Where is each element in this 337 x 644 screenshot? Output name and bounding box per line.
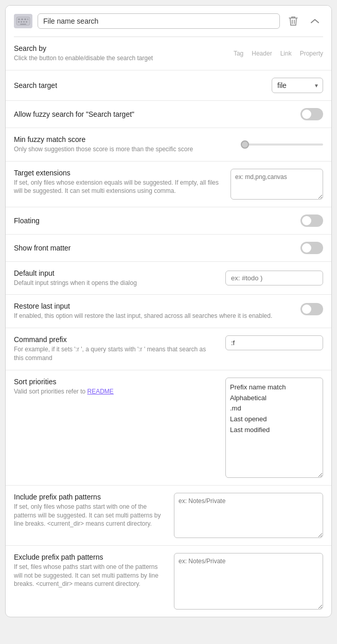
command-prefix-input[interactable] xyxy=(225,335,323,350)
main-container: Search by Click the button to enable/dis… xyxy=(5,5,332,617)
svg-rect-2 xyxy=(21,19,23,20)
default-input-row: Default input Default input strings when… xyxy=(14,269,323,288)
sort-priorities-section: Sort priorities Valid sort priorities re… xyxy=(6,370,331,485)
fuzzy-search-row: Allow fuzzy search for "Search target" xyxy=(14,108,323,120)
target-extensions-label: Target extensions xyxy=(14,169,222,177)
fuzzy-search-section: Allow fuzzy search for "Search target" xyxy=(6,100,331,128)
command-prefix-sublabel: For example, if it sets ':r ', a query s… xyxy=(14,345,217,363)
search-by-tags: Tag Header Link Property xyxy=(234,50,323,57)
exclude-prefix-sublabel: If set, files whose paths start with one… xyxy=(14,563,166,588)
svg-rect-7 xyxy=(23,21,25,23)
restore-last-input-row: Restore last input If enabled, this opti… xyxy=(14,302,323,320)
fuzzy-score-row: Min fuzzy match score Only show suggesti… xyxy=(14,135,323,154)
tag-link[interactable]: Link xyxy=(280,50,292,57)
floating-slider xyxy=(300,214,323,227)
tag-tag[interactable]: Tag xyxy=(234,50,243,57)
show-front-matter-label: Show front matter xyxy=(14,244,71,252)
title-input[interactable] xyxy=(38,13,280,29)
svg-rect-4 xyxy=(27,19,28,20)
include-prefix-textarea[interactable] xyxy=(174,493,323,538)
fuzzy-score-left: Min fuzzy match score Only show suggesti… xyxy=(14,135,193,154)
svg-rect-9 xyxy=(20,24,26,25)
fuzzy-search-toggle[interactable] xyxy=(300,108,323,120)
target-extensions-input[interactable] xyxy=(230,169,323,200)
target-extensions-sublabel: If set, only files whose extension equal… xyxy=(14,178,222,196)
target-extensions-left: Target extensions If set, only files who… xyxy=(14,169,230,196)
collapse-button[interactable] xyxy=(307,13,323,29)
show-front-matter-toggle[interactable] xyxy=(300,242,323,254)
target-extensions-row: Target extensions If set, only files who… xyxy=(14,169,323,200)
sort-priorities-label: Sort priorities xyxy=(14,378,217,386)
keyboard-icon xyxy=(14,14,32,28)
restore-last-input-slider xyxy=(300,303,323,315)
restore-last-input-label: Restore last input xyxy=(14,302,292,310)
exclude-prefix-left: Exclude prefix path patterns If set, fil… xyxy=(14,553,166,588)
command-prefix-label: Command prefix xyxy=(14,335,217,344)
search-by-label: Search by xyxy=(14,44,153,52)
floating-label: Floating xyxy=(14,217,40,225)
svg-rect-8 xyxy=(26,21,27,23)
tag-header[interactable]: Header xyxy=(252,50,272,57)
search-target-label: Search target xyxy=(14,81,57,90)
fuzzy-score-slider-container xyxy=(241,144,323,146)
svg-rect-1 xyxy=(18,19,20,20)
include-prefix-left: Include prefix path patterns If set, onl… xyxy=(14,493,166,528)
search-by-left: Search by Click the button to enable/dis… xyxy=(14,44,153,63)
search-by-sublabel: Click the button to enable/disable the s… xyxy=(14,54,153,63)
exclude-prefix-section: Exclude prefix path patterns If set, fil… xyxy=(6,545,331,617)
svg-rect-5 xyxy=(18,21,20,23)
search-by-section: Search by Click the button to enable/dis… xyxy=(6,37,331,70)
restore-last-input-left: Restore last input If enabled, this opti… xyxy=(14,302,300,320)
search-target-row: Search target file tag header link prope… xyxy=(14,78,323,93)
restore-last-input-section: Restore last input If enabled, this opti… xyxy=(6,294,331,328)
target-extensions-section: Target extensions If set, only files who… xyxy=(6,161,331,207)
header xyxy=(6,6,331,37)
default-input-field[interactable] xyxy=(225,271,323,285)
default-input-sublabel: Default input strings when it opens the … xyxy=(14,279,137,288)
search-target-select-wrapper: file tag header link property ▼ xyxy=(272,78,323,93)
sort-priorities-textarea[interactable]: Prefix name match Alphabetical .md Last … xyxy=(225,378,323,478)
default-input-left: Default input Default input strings when… xyxy=(14,269,137,288)
exclude-prefix-textarea[interactable] xyxy=(174,553,323,610)
restore-last-input-toggle[interactable] xyxy=(300,303,323,315)
include-prefix-label: Include prefix path patterns xyxy=(14,493,166,501)
search-target-select[interactable]: file tag header link property xyxy=(272,78,323,93)
fuzzy-score-slider[interactable] xyxy=(241,144,323,146)
default-input-section: Default input Default input strings when… xyxy=(6,261,331,295)
sort-priorities-sublabel: Valid sort priorities refer to README xyxy=(14,387,217,396)
show-front-matter-section: Show front matter xyxy=(6,234,331,261)
svg-rect-6 xyxy=(21,21,22,23)
include-prefix-section: Include prefix path patterns If set, onl… xyxy=(6,485,331,545)
search-target-section: Search target file tag header link prope… xyxy=(6,70,331,100)
exclude-prefix-label: Exclude prefix path patterns xyxy=(14,553,166,561)
sort-priorities-left: Sort priorities Valid sort priorities re… xyxy=(14,378,217,396)
floating-toggle[interactable] xyxy=(300,214,323,227)
show-front-matter-slider xyxy=(300,242,323,254)
fuzzy-score-section: Min fuzzy match score Only show suggesti… xyxy=(6,128,331,161)
fuzzy-search-slider xyxy=(300,108,323,120)
search-by-header-row: Search by Click the button to enable/dis… xyxy=(14,44,323,63)
command-prefix-left: Command prefix For example, if it sets '… xyxy=(14,335,225,363)
include-prefix-sublabel: If set, only files whose paths start wit… xyxy=(14,503,166,528)
fuzzy-score-sublabel: Only show suggestion those score is more… xyxy=(14,145,193,154)
floating-row: Floating xyxy=(14,214,323,227)
fuzzy-search-label: Allow fuzzy search for "Search target" xyxy=(14,110,134,118)
readme-link[interactable]: README xyxy=(87,388,114,395)
floating-section: Floating xyxy=(6,207,331,234)
tag-property[interactable]: Property xyxy=(300,50,323,57)
default-input-label: Default input xyxy=(14,269,137,277)
delete-button[interactable] xyxy=(285,13,301,29)
restore-last-input-sublabel: If enabled, this option will restore the… xyxy=(14,312,292,320)
fuzzy-score-label: Min fuzzy match score xyxy=(14,135,193,144)
svg-rect-3 xyxy=(24,19,26,20)
show-front-matter-row: Show front matter xyxy=(14,242,323,254)
command-prefix-section: Command prefix For example, if it sets '… xyxy=(6,328,331,370)
